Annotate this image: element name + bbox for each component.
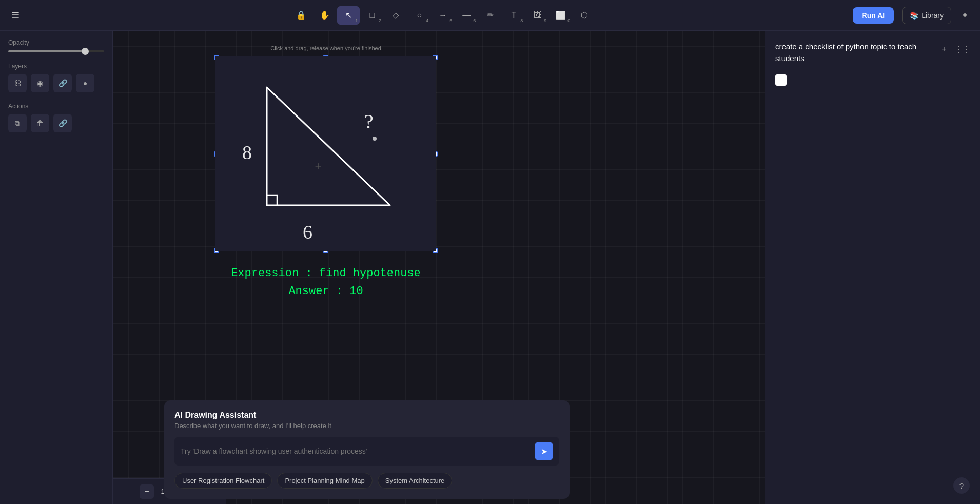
text-tool-button[interactable]: T8: [502, 6, 525, 25]
line-tool-icon: —: [462, 11, 471, 20]
select-tool-icon: ↖: [345, 10, 352, 20]
diamond-tool-button[interactable]: ◇: [384, 6, 407, 25]
svg-text:+: +: [315, 160, 322, 172]
layer-dot-button[interactable]: ●: [76, 74, 94, 92]
suggestion-user-flowchart[interactable]: User Registration Flowchart: [174, 473, 272, 489]
image-tool-icon: 🖼: [533, 11, 541, 20]
opacity-slider[interactable]: [8, 50, 104, 52]
right-panel: create a checklist of python topic to te…: [765, 31, 980, 504]
duplicate-button[interactable]: ⧉: [8, 114, 27, 132]
canvas-area[interactable]: Click and drag, release when you're fini…: [113, 31, 765, 504]
svg-text:?: ?: [364, 110, 374, 133]
extra-tool-button[interactable]: ⬡: [573, 6, 596, 25]
rect-tool-icon: □: [369, 11, 375, 20]
right-panel-actions: + ⋮⋮: [937, 42, 970, 56]
ai-input[interactable]: [181, 447, 531, 455]
line-tool-button[interactable]: —6: [455, 6, 478, 25]
toolbar-divider-1: [31, 8, 31, 23]
extra-tool-icon: ⬡: [581, 10, 588, 20]
actions-row: ⧉ 🗑 🔗: [8, 114, 104, 132]
diamond-tool-icon: ◇: [393, 10, 399, 20]
drawing-svg: 6 8 ? +: [215, 56, 436, 251]
hand-tool-button[interactable]: ✋: [313, 6, 336, 25]
run-ai-button[interactable]: Run AI: [853, 7, 894, 24]
lock-tool-button[interactable]: 🔒: [290, 6, 312, 25]
expression-text: Expression : find hypotenuse Answer : 10: [215, 264, 436, 300]
eraser-tool-icon: ⬜: [556, 10, 566, 20]
expression-line: Expression : find hypotenuse: [215, 264, 436, 282]
grid-view-button[interactable]: ⋮⋮: [955, 42, 970, 56]
library-icon: 📚: [910, 11, 918, 20]
pencil-tool-icon: ✏: [487, 10, 494, 20]
pencil-tool-button[interactable]: ✏: [479, 6, 501, 25]
library-button[interactable]: 📚 Library: [902, 7, 951, 24]
plus-icon: +: [942, 45, 946, 54]
opacity-thumb[interactable]: [82, 48, 89, 55]
layer-circle-button[interactable]: ◉: [31, 74, 49, 92]
zoom-out-button[interactable]: −: [140, 484, 154, 499]
opacity-label: Opacity: [8, 39, 104, 46]
layers-row: ⛓ ◉ 🔗 ●: [8, 74, 104, 92]
suggestion-mind-map[interactable]: Project Planning Mind Map: [277, 473, 372, 489]
send-icon: ➤: [541, 447, 547, 456]
actions-section: Actions ⧉ 🗑 🔗: [8, 103, 104, 132]
circle-tool-icon: ○: [417, 11, 422, 20]
right-panel-title: create a checklist of python topic to te…: [775, 41, 937, 64]
arrow-tool-button[interactable]: →5: [432, 6, 454, 25]
layer-chain-button[interactable]: ⛓: [8, 74, 27, 92]
image-tool-button[interactable]: 🖼9: [526, 6, 548, 25]
layers-section: Layers ⛓ ◉ 🔗 ●: [8, 63, 104, 92]
rect-tool-button[interactable]: □2: [361, 6, 383, 25]
ai-send-button[interactable]: ➤: [535, 442, 553, 460]
svg-text:8: 8: [242, 142, 252, 163]
ai-assistant-title: AI Drawing Assistant: [174, 411, 559, 420]
toolbar: ☰ 🔒✋↖1□2◇○4→5—6✏T8🖼9⬜0⬡ Run AI 📚 Library…: [0, 0, 980, 31]
ai-assistant-panel: AI Drawing Assistant Describe what you w…: [164, 400, 570, 499]
svg-point-4: [373, 137, 377, 141]
suggestion-system-arch[interactable]: System Architecture: [378, 473, 453, 489]
text-tool-icon: T: [511, 11, 516, 20]
answer-line: Answer : 10: [215, 282, 436, 300]
ai-assistant-subtitle: Describe what you want to draw, and I'll…: [174, 422, 559, 430]
left-panel: Opacity Layers ⛓ ◉ 🔗 ● Actions ⧉ 🗑 🔗: [0, 31, 113, 504]
circle-tool-button[interactable]: ○4: [408, 6, 430, 25]
sparkle-button[interactable]: ✦: [955, 6, 974, 25]
layer-link-button[interactable]: 🔗: [53, 74, 72, 92]
layers-label: Layers: [8, 63, 104, 70]
main-area: Opacity Layers ⛓ ◉ 🔗 ● Actions ⧉ 🗑 🔗: [0, 31, 980, 504]
checklist-checkbox[interactable]: [775, 74, 787, 86]
eraser-tool-button[interactable]: ⬜0: [550, 6, 572, 25]
ai-input-row: ➤: [174, 437, 559, 466]
help-button[interactable]: ?: [953, 477, 970, 494]
add-item-button[interactable]: +: [937, 42, 951, 56]
menu-button[interactable]: ☰: [6, 6, 25, 25]
toolbar-tools: 🔒✋↖1□2◇○4→5—6✏T8🖼9⬜0⬡: [37, 6, 849, 25]
svg-text:6: 6: [303, 221, 312, 243]
right-panel-header: create a checklist of python topic to te…: [775, 41, 970, 64]
library-label: Library: [922, 11, 944, 20]
lock-tool-icon: 🔒: [296, 10, 306, 20]
canvas-hint: Click and drag, release when you're fini…: [270, 45, 381, 51]
grid-icon: ⋮⋮: [954, 45, 971, 54]
select-tool-button[interactable]: ↖1: [337, 6, 360, 25]
drawing-canvas[interactable]: Click and drag, release when you're fini…: [215, 56, 436, 251]
ai-suggestions: User Registration Flowchart Project Plan…: [174, 473, 559, 489]
arrow-tool-icon: →: [439, 11, 447, 20]
opacity-section: Opacity: [8, 39, 104, 52]
trash-button[interactable]: 🗑: [31, 114, 49, 132]
link-action-button[interactable]: 🔗: [53, 114, 72, 132]
actions-label: Actions: [8, 103, 104, 110]
menu-icon: ☰: [11, 10, 19, 21]
sparkle-icon: ✦: [961, 10, 969, 21]
hand-tool-icon: ✋: [320, 10, 330, 20]
